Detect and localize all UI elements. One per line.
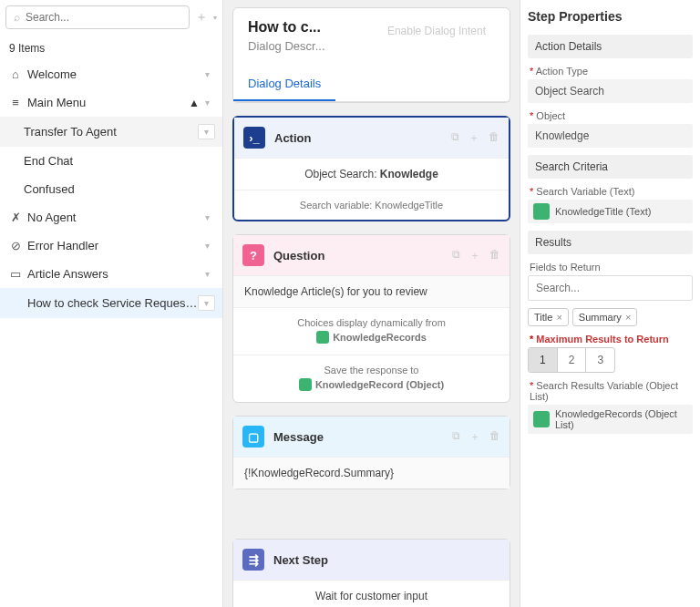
error-icon: ⊘ xyxy=(7,239,24,252)
add-icon[interactable]: ＋ xyxy=(469,429,480,445)
label-fields-return: Fields to Return xyxy=(530,262,691,273)
properties-panel: Step Properties Action Details Action Ty… xyxy=(520,0,700,607)
chevron-down-icon[interactable]: ▾ xyxy=(198,295,215,311)
menu-icon: ≡ xyxy=(7,96,24,109)
message-body: {!KnowledgeRecord.Summary} xyxy=(233,458,510,489)
variable-chip-icon xyxy=(533,411,550,427)
step-title: Action xyxy=(274,131,442,145)
tree-label: Welcome xyxy=(27,67,200,81)
field-fields-search[interactable] xyxy=(528,275,693,301)
dialog-subtitle: Dialog Descr... xyxy=(248,39,325,53)
tree-item-transfer[interactable]: Transfer To Agent ▾ xyxy=(0,117,222,147)
chevron-down-icon[interactable]: ▾ xyxy=(198,124,215,139)
sidebar: ⌕ ＋ ▾ 9 Items ⌂ Welcome ▾ ≡ Main Menu ▲ … xyxy=(0,0,223,607)
tree-label: Transfer To Agent xyxy=(24,125,198,139)
tag-summary[interactable]: Summary× xyxy=(572,308,638,326)
next-step-icon: ⇶ xyxy=(242,549,264,571)
question-choices: Choices display dynamically from Knowled… xyxy=(233,308,510,355)
chevron-down-icon[interactable]: ▾ xyxy=(200,67,215,81)
label-max-results: Maximum Results to Return xyxy=(530,334,691,345)
canvas: How to c... Dialog Descr... Enable Dialo… xyxy=(223,0,520,607)
remove-tag-icon[interactable]: × xyxy=(625,312,631,323)
item-count: 9 Items xyxy=(0,36,222,60)
home-icon: ⌂ xyxy=(7,67,24,81)
segmented-max-results[interactable]: 1 2 3 xyxy=(528,347,615,373)
tree: ⌂ Welcome ▾ ≡ Main Menu ▲ ▾ Transfer To … xyxy=(0,60,222,318)
copy-icon[interactable]: ⧉ xyxy=(451,130,459,146)
message-icon: ▢ xyxy=(242,426,264,448)
tree-label: Main Menu xyxy=(27,96,189,109)
tree-item-error-handler[interactable]: ⊘ Error Handler ▾ xyxy=(0,231,222,260)
add-icon[interactable]: ＋ xyxy=(469,248,480,263)
label-results-variable: Search Results Variable (Object List) xyxy=(530,380,691,402)
variable-chip-icon xyxy=(316,331,329,344)
tab-dialog-details[interactable]: Dialog Details xyxy=(233,67,335,101)
step-title: Next Step xyxy=(273,553,500,567)
copy-icon[interactable]: ⧉ xyxy=(452,429,460,445)
variable-chip-icon xyxy=(299,378,312,391)
tree-item-end-chat[interactable]: End Chat xyxy=(0,147,222,175)
step-action[interactable]: ›_ Action ⧉ ＋ 🗑 Object Search: Knowledge… xyxy=(232,116,510,221)
tree-label: Error Handler xyxy=(27,239,200,252)
book-icon: ▭ xyxy=(7,267,24,281)
seg-1[interactable]: 1 xyxy=(529,348,558,372)
dialog-title: How to c... xyxy=(248,19,325,36)
tree-item-main-menu[interactable]: ≡ Main Menu ▲ ▾ xyxy=(0,88,222,117)
variable-chip-icon xyxy=(533,203,550,220)
field-search-variable[interactable]: KnowledgeTitle (Text) xyxy=(528,200,693,223)
question-icon: ? xyxy=(242,244,264,266)
tree-label: End Chat xyxy=(24,154,215,168)
chevron-down-icon[interactable]: ▾ xyxy=(200,211,215,224)
add-caret-icon[interactable]: ▾ xyxy=(213,14,217,22)
delete-icon[interactable]: 🗑 xyxy=(489,130,499,146)
field-object[interactable]: Knowledge xyxy=(528,124,693,148)
action-body2: Search variable: KnowledgeTitle xyxy=(234,190,509,220)
tag-title[interactable]: Title× xyxy=(528,308,569,326)
label-search-variable: Search Variable (Text) xyxy=(530,186,691,197)
search-input[interactable] xyxy=(26,11,181,24)
next-body: Wait for customer input xyxy=(233,581,510,607)
tree-label: Article Answers xyxy=(27,267,200,281)
action-icon: ›_ xyxy=(243,127,265,149)
delete-icon[interactable]: 🗑 xyxy=(489,248,500,263)
tree-label: Confused xyxy=(24,182,215,196)
field-action-type[interactable]: Object Search xyxy=(528,79,693,103)
search-icon: ⌕ xyxy=(14,11,20,24)
step-question[interactable]: ? Question ⧉ ＋ 🗑 Knowledge Article(s) fo… xyxy=(232,234,510,403)
field-results-variable[interactable]: KnowledgeRecords (Object List) xyxy=(528,405,693,434)
enable-dialog-intent-button[interactable]: Enable Dialog Intent xyxy=(378,19,495,43)
chevron-down-icon[interactable]: ▾ xyxy=(200,267,215,281)
step-title: Question xyxy=(273,249,443,262)
tree-label: No Agent xyxy=(27,211,200,224)
section-search-criteria: Search Criteria xyxy=(528,155,693,179)
step-next[interactable]: ⇶ Next Step Wait for customer input xyxy=(232,539,510,607)
delete-icon[interactable]: 🗑 xyxy=(489,429,500,445)
no-agent-icon: ✗ xyxy=(7,211,24,224)
search-box[interactable]: ⌕ xyxy=(5,5,190,29)
remove-tag-icon[interactable]: × xyxy=(556,312,561,323)
section-action-details: Action Details xyxy=(528,35,693,58)
panel-title: Step Properties xyxy=(528,9,693,24)
tree-item-no-agent[interactable]: ✗ No Agent ▾ xyxy=(0,203,222,231)
add-icon[interactable]: ＋ xyxy=(468,130,479,146)
dialog-card: How to c... Dialog Descr... Enable Dialo… xyxy=(232,7,510,103)
copy-icon[interactable]: ⧉ xyxy=(452,248,460,263)
step-title: Message xyxy=(273,430,443,444)
question-prompt: Knowledge Article(s) for you to review xyxy=(233,276,510,308)
label-action-type: Action Type xyxy=(530,66,691,77)
section-results: Results xyxy=(528,231,693,254)
question-save: Save the response to KnowledgeRecord (Ob… xyxy=(233,355,510,402)
tree-item-confused[interactable]: Confused xyxy=(0,175,222,203)
tree-item-welcome[interactable]: ⌂ Welcome ▾ xyxy=(0,60,222,88)
tree-label: How to check Service Request Sta... xyxy=(27,296,198,310)
seg-2[interactable]: 2 xyxy=(558,348,587,372)
tree-item-how-to-check[interactable]: How to check Service Request Sta... ▾ xyxy=(0,288,222,318)
label-object: Object xyxy=(530,110,691,121)
step-message[interactable]: ▢ Message ⧉ ＋ 🗑 {!KnowledgeRecord.Summar… xyxy=(232,416,510,489)
action-body1: Object Search: Knowledge xyxy=(234,159,509,190)
tree-item-article-answers[interactable]: ▭ Article Answers ▾ xyxy=(0,260,222,288)
chevron-down-icon[interactable]: ▾ xyxy=(200,239,215,252)
seg-3[interactable]: 3 xyxy=(586,348,614,372)
add-icon[interactable]: ＋ xyxy=(195,9,208,26)
chevron-down-icon[interactable]: ▾ xyxy=(200,96,215,109)
